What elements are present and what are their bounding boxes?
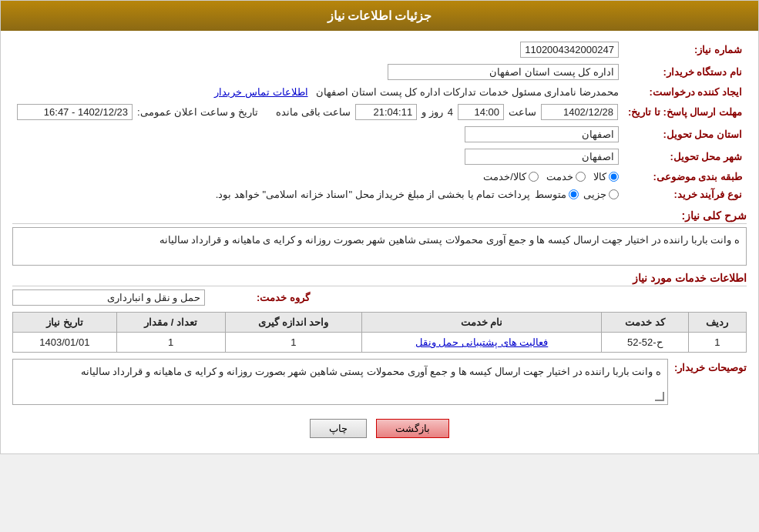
buyer-org-value: اداره کل پست استان اصفهان [12, 61, 623, 83]
buyer-org-box: اداره کل پست استان اصفهان [388, 64, 619, 80]
date-label: تاریخ و ساعت اعلان عمومی: [137, 106, 258, 118]
print-button[interactable]: چاپ [310, 419, 367, 438]
services-section: اطلاعات خدمات مورد نیاز گروه خدمت: حمل و… [12, 272, 747, 353]
cell-date: 1403/01/01 [13, 333, 117, 353]
creator-row: ایجاد کننده درخواست: محمدرضا نامداری مسئ… [12, 83, 747, 101]
province-box: اصفهان [465, 126, 619, 142]
remaining-days-label: روز و [421, 106, 443, 118]
need-number-value: 1102004342000247 [12, 38, 623, 61]
cell-qty: 1 [116, 333, 225, 353]
table-row: 1 ح-52-52 فعالیت های پشتیبانی حمل ونقل 1… [13, 333, 747, 353]
buyer-notes-section: توصیحات خریدار: ه وانت باربا راننده در ا… [12, 359, 747, 405]
services-table-header-row: ردیف کد خدمت نام خدمت واحد اندازه گیری ت… [13, 313, 747, 333]
page-header: جزئیات اطلاعات نیاز [1, 1, 758, 31]
category-row: طبقه بندی موضوعی: کالا خدمت کالا/خدمت [12, 168, 747, 186]
city-box: اصفهان [465, 149, 619, 165]
col-radif: ردیف [688, 313, 746, 333]
services-table-body: 1 ح-52-52 فعالیت های پشتیبانی حمل ونقل 1… [13, 333, 747, 353]
remaining-label: ساعت باقی مانده [276, 106, 351, 118]
buyer-org-row: نام دستگاه خریدار: اداره کل پست استان اص… [12, 61, 747, 83]
province-row: استان محل تحویل: اصفهان [12, 123, 747, 146]
send-date-label: مهلت ارسال پاسخ: تا تاریخ: [623, 101, 747, 123]
process-label: نوع فرآیند خرید: [623, 186, 747, 203]
service-group-box: حمل و نقل و انبارداری [12, 289, 205, 306]
province-label: استان محل تحویل: [623, 123, 747, 146]
creator-value: محمدرضا نامداری مسئول خدمات تدارکات ادار… [12, 83, 623, 101]
buyer-notes-label: توصیحات خریدار: [674, 359, 747, 373]
service-group-label: گروه خدمت: [210, 292, 310, 303]
need-summary-title: شرح کلی نیاز: [12, 209, 747, 224]
main-content: شماره نیاز: 1102004342000247 نام دستگاه … [1, 31, 758, 453]
dates-row: مهلت ارسال پاسخ: تا تاریخ: 1402/12/28 سا… [12, 101, 747, 123]
col-unit: واحد اندازه گیری [225, 313, 362, 333]
cell-name[interactable]: فعالیت های پشتیبانی حمل ونقل [362, 333, 602, 353]
col-date: تاریخ نیاز [13, 313, 117, 333]
send-time-box: 14:00 [458, 104, 504, 120]
creator-name: محمدرضا نامداری مسئول خدمات تدارکات ادار… [316, 86, 619, 98]
col-name: نام خدمت [362, 313, 602, 333]
page-title: جزئیات اطلاعات نیاز [327, 9, 432, 22]
info-table: شماره نیاز: 1102004342000247 نام دستگاه … [12, 38, 747, 203]
back-button[interactable]: بازگشت [376, 419, 449, 438]
services-table-head: ردیف کد خدمت نام خدمت واحد اندازه گیری ت… [13, 313, 747, 333]
category-radio-group: کالا خدمت کالا/خدمت [17, 171, 619, 182]
remaining-days-value: 4 [448, 106, 453, 118]
send-date-box: 1402/12/28 [541, 104, 618, 120]
col-code: کد خدمت [601, 313, 688, 333]
buttons-row: بازگشت چاپ [12, 410, 747, 446]
col-qty: تعداد / مقدار [116, 313, 225, 333]
city-label: شهر محل تحویل: [623, 146, 747, 168]
cell-code: ح-52-52 [601, 333, 688, 353]
category-option-kala[interactable]: کالا [593, 171, 619, 182]
creator-contact-link[interactable]: اطلاعات تماس خریدار [214, 86, 307, 98]
services-table: ردیف کد خدمت نام خدمت واحد اندازه گیری ت… [12, 312, 747, 353]
process-option-jozi[interactable]: جزیی [583, 189, 619, 200]
process-option-motavasset[interactable]: متوسط [535, 189, 579, 200]
buyer-org-label: نام دستگاه خریدار: [623, 61, 747, 83]
city-row: شهر محل تحویل: اصفهان [12, 146, 747, 168]
service-group-row: گروه خدمت: حمل و نقل و انبارداری [12, 289, 747, 306]
date-value-box: 1402/12/23 - 16:47 [17, 104, 133, 120]
remaining-time-box: 21:04:11 [355, 104, 417, 120]
category-option-khedmat[interactable]: خدمت [546, 171, 586, 182]
cell-unit: 1 [225, 333, 362, 353]
services-title: اطلاعات خدمات مورد نیاز [12, 272, 747, 286]
need-summary-box: ه وانت باربا راننده در اختیار جهت ارسال … [12, 227, 747, 266]
buyer-notes-box: ه وانت باربا راننده در اختیار جهت ارسال … [12, 359, 668, 405]
need-number-label: شماره نیاز: [623, 38, 747, 61]
creator-label: ایجاد کننده درخواست: [623, 83, 747, 101]
dates-row-content: 1402/12/28 ساعت 14:00 4 روز و 21:04:11 س… [12, 101, 623, 123]
category-label: طبقه بندی موضوعی: [623, 168, 747, 186]
process-note: پرداخت تمام یا بخشی از مبلغ خریداز محل "… [216, 189, 530, 200]
page-wrapper: جزئیات اطلاعات نیاز شماره نیاز: 11020043… [0, 0, 759, 454]
process-row: نوع فرآیند خرید: جزیی متوسط پرداخت تمام … [12, 186, 747, 203]
category-option-kala-khedmat[interactable]: کالا/خدمت [483, 171, 539, 182]
cell-radif: 1 [688, 333, 746, 353]
need-summary-section: شرح کلی نیاز: ه وانت باربا راننده در اخت… [12, 209, 747, 266]
need-number-row: شماره نیاز: 1102004342000247 [12, 38, 747, 61]
send-time-label: ساعت [509, 106, 536, 118]
process-content: جزیی متوسط پرداخت تمام یا بخشی از مبلغ خ… [17, 189, 619, 200]
need-number-box: 1102004342000247 [520, 42, 619, 58]
